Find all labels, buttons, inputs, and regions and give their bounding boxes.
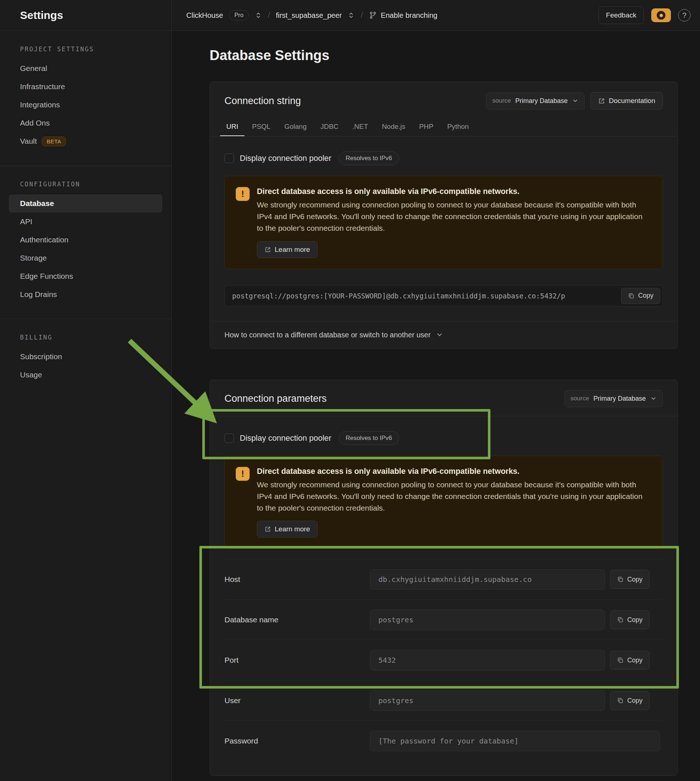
sidebar-item-subscription[interactable]: Subscription	[9, 347, 162, 366]
learn-more-button[interactable]: Learn more	[257, 521, 318, 537]
tab-php[interactable]: PHP	[413, 118, 440, 136]
connection-string-actions: source Primary Database Documentation	[486, 92, 663, 110]
tab-python[interactable]: Python	[441, 118, 475, 136]
copy-port-button[interactable]: Copy	[610, 651, 650, 670]
database-name-label: Database name	[225, 616, 370, 624]
sidebar-item-vault[interactable]: Vault BETA	[9, 132, 162, 150]
host-input[interactable]: db.cxhygiuitamxhniiddjm.supabase.co	[370, 569, 605, 589]
copy-host-button[interactable]: Copy	[610, 570, 650, 589]
plan-badge: Pro	[229, 10, 249, 20]
ipv6-badge: Resolves to IPv6	[339, 152, 399, 165]
display-connection-pooler-checkbox[interactable]	[225, 434, 234, 443]
copy-database-name-button[interactable]: Copy	[610, 610, 650, 629]
copy-user-button[interactable]: Copy	[610, 691, 650, 710]
tab-psql[interactable]: PSQL	[246, 118, 277, 136]
source-select[interactable]: source Primary Database	[564, 390, 663, 407]
avatar-emblem-icon	[657, 11, 665, 20]
learn-more-label: Learn more	[275, 525, 310, 533]
breadcrumb-separator: /	[360, 10, 363, 20]
tab-uri[interactable]: URI	[220, 118, 245, 136]
tab-golang[interactable]: Golang	[278, 118, 313, 136]
database-name-input[interactable]: postgres	[370, 609, 605, 630]
page-title: Database Settings	[210, 48, 678, 63]
display-connection-pooler-checkbox[interactable]	[225, 154, 234, 163]
user-input[interactable]: postgres	[370, 690, 605, 711]
sidebar-item-edge-functions[interactable]: Edge Functions	[9, 267, 162, 285]
tab-dotnet[interactable]: .NET	[346, 118, 374, 136]
warning-content: Direct database access is only available…	[257, 467, 652, 538]
sidebar-item-usage[interactable]: Usage	[9, 366, 162, 384]
tab-jdbc[interactable]: JDBC	[314, 118, 345, 136]
org-name[interactable]: ClickHouse	[186, 11, 223, 20]
port-label: Port	[225, 656, 370, 664]
sidebar-item-add-ons[interactable]: Add Ons	[9, 114, 162, 132]
source-select-label: source	[492, 97, 511, 104]
connection-help-label: How to connect to a different database o…	[225, 331, 431, 339]
account-avatar[interactable]	[651, 8, 671, 22]
copy-label: Copy	[627, 656, 643, 664]
learn-more-button[interactable]: Learn more	[257, 241, 318, 258]
sidebar-item-general[interactable]: General	[9, 59, 162, 77]
source-select-label: source	[570, 395, 589, 402]
beta-badge: BETA	[42, 137, 66, 146]
tab-nodejs[interactable]: Node.js	[376, 118, 412, 136]
source-select[interactable]: source Primary Database	[486, 92, 585, 110]
section-heading-configuration: CONFIGURATION	[0, 180, 172, 194]
sidebar-item-log-drains[interactable]: Log Drains	[9, 285, 162, 304]
section-heading-billing: BILLING	[0, 334, 172, 347]
connection-string-card: Connection string source Primary Databas…	[210, 82, 678, 349]
connection-uri-row: postgresql://postgres:[YOUR-PASSWORD]@db…	[225, 285, 663, 306]
enable-branching-button[interactable]: Enable branching	[369, 11, 438, 20]
sidebar-divider	[0, 165, 172, 166]
org-switcher-icon[interactable]	[255, 12, 262, 19]
learn-more-label: Learn more	[275, 246, 310, 254]
project-name[interactable]: first_supabase_peer	[276, 11, 342, 20]
password-input[interactable]: [The password for your database]	[370, 731, 660, 751]
pooler-row: Display connection pooler Resolves to IP…	[225, 431, 663, 446]
warning-title: Direct database access is only available…	[257, 187, 652, 196]
chevron-down-icon	[650, 395, 657, 402]
alert-icon: !	[236, 187, 250, 201]
sidebar-item-authentication[interactable]: Authentication	[9, 231, 162, 249]
pooler-label: Display connection pooler	[240, 154, 332, 163]
warning-body: We strongly recommend using connection p…	[257, 199, 643, 234]
feedback-button[interactable]: Feedback	[598, 7, 644, 24]
port-value: 5432	[378, 656, 396, 664]
connection-parameters-title: Connection parameters	[225, 393, 327, 404]
sidebar-item-database[interactable]: Database	[9, 194, 162, 212]
documentation-label: Documentation	[609, 97, 655, 105]
topbar-settings-area: Settings	[0, 0, 172, 30]
topbar-main: ClickHouse Pro / first_supabase_peer / E…	[172, 0, 700, 30]
chevron-down-icon	[572, 98, 578, 104]
help-icon[interactable]: ?	[678, 9, 690, 22]
sidebar-item-integrations[interactable]: Integrations	[9, 96, 162, 114]
pooler-label: Display connection pooler	[240, 434, 332, 443]
password-label: Password	[225, 737, 370, 745]
connection-parameter-fields: Host db.cxhygiuitamxhniiddjm.supabase.co…	[225, 559, 663, 761]
copy-label: Copy	[638, 292, 653, 300]
sidebar-item-storage[interactable]: Storage	[9, 249, 162, 267]
documentation-button[interactable]: Documentation	[590, 92, 663, 110]
sidebar-nav-configuration: Database API Authentication Storage Edge…	[0, 194, 172, 304]
breadcrumb-separator: /	[268, 10, 270, 20]
ipv6-badge: Resolves to IPv6	[339, 431, 399, 445]
main-content: Database Settings Connection string sour…	[172, 31, 700, 781]
connection-uri-input[interactable]: postgresql://postgres:[YOUR-PASSWORD]@db…	[225, 285, 663, 306]
connection-help-toggle[interactable]: How to connect to a different database o…	[210, 321, 677, 349]
git-branch-icon	[369, 11, 377, 19]
page-layout: PROJECT SETTINGS General Infrastructure …	[0, 31, 700, 781]
copy-uri-button[interactable]: Copy	[621, 288, 660, 304]
sidebar-item-api[interactable]: API	[9, 212, 162, 231]
database-name-value: postgres	[378, 616, 413, 624]
connection-string-tabs: URI PSQL Golang JDBC .NET Node.js PHP Py…	[210, 118, 677, 137]
sidebar-item-infrastructure[interactable]: Infrastructure	[9, 77, 162, 96]
field-row-password: Password [The password for your database…	[225, 721, 663, 761]
sidebar-nav-billing: Subscription Usage	[0, 347, 172, 384]
connection-uri-value: postgresql://postgres:[YOUR-PASSWORD]@db…	[232, 292, 565, 300]
port-input[interactable]: 5432	[370, 650, 605, 670]
external-link-icon	[598, 98, 605, 104]
warning-content: Direct database access is only available…	[257, 187, 652, 258]
project-switcher-icon[interactable]	[347, 12, 355, 19]
sidebar-nav-project-settings: General Infrastructure Integrations Add …	[0, 59, 172, 150]
ipv6-warning: ! Direct database access is only availab…	[225, 176, 663, 269]
